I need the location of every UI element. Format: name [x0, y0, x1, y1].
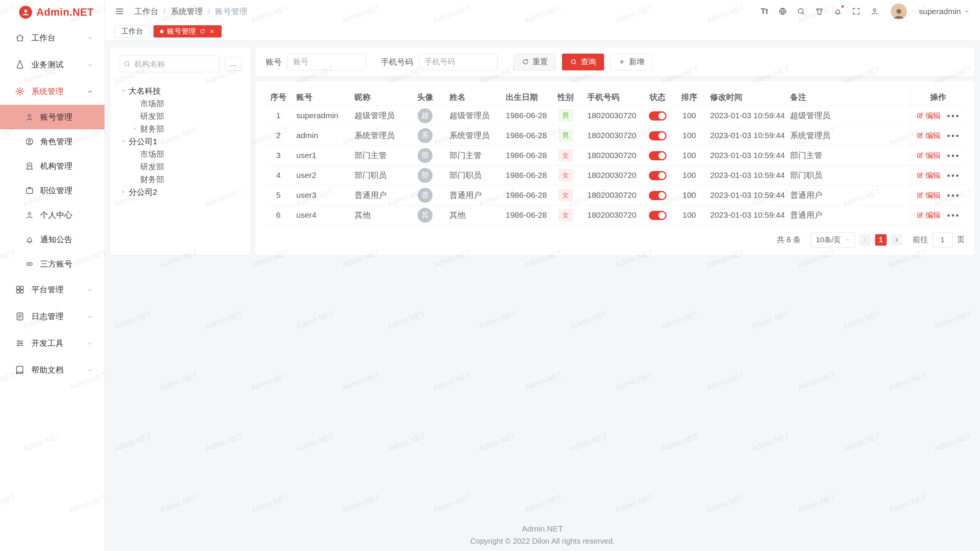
row-more-button[interactable]: ●●●	[947, 112, 960, 119]
breadcrumb-item-0[interactable]: 工作台	[134, 6, 158, 17]
language-icon[interactable]	[777, 6, 788, 16]
tab-account-management[interactable]: 账号管理	[154, 25, 222, 37]
breadcrumb-item-1[interactable]: 系统管理	[171, 6, 203, 17]
row-more-button[interactable]: ●●●	[947, 152, 960, 158]
sidebar-item-platform-management[interactable]: 平台管理	[0, 276, 105, 303]
notification-icon[interactable]	[833, 6, 843, 16]
pagination-total: 共 6 条	[777, 235, 800, 245]
edit-button[interactable]: 编辑	[916, 190, 941, 201]
sidebar-item-personal-center[interactable]: 个人中心	[0, 203, 105, 227]
user-menu[interactable]: superadmin	[919, 7, 970, 16]
tree-node[interactable]: 分公司2	[118, 186, 242, 198]
sidebar-item-thirdparty-account[interactable]: 三方账号	[0, 252, 105, 276]
sidebar-item-label: 职位管理	[40, 185, 72, 196]
status-toggle[interactable]	[649, 191, 666, 200]
status-toggle[interactable]	[649, 211, 666, 220]
main-panel: 账号 手机号码 重置 查询 新增	[255, 47, 975, 544]
tab-workbench[interactable]: 工作台	[115, 25, 150, 37]
edit-button[interactable]: 编辑	[916, 150, 941, 161]
cell-account: user2	[291, 165, 350, 185]
chevron-down-icon	[964, 8, 970, 15]
reset-button[interactable]: 重置	[514, 54, 556, 70]
status-toggle[interactable]	[649, 151, 666, 160]
cell-no: 3	[265, 145, 291, 165]
tree-node[interactable]: 市场部	[118, 148, 242, 160]
status-toggle[interactable]	[649, 171, 666, 180]
tree-node[interactable]: 市场部	[118, 97, 242, 110]
tree-node[interactable]: 财务部	[118, 122, 242, 135]
sidebar-item-dev-tools[interactable]: 开发工具	[0, 330, 105, 357]
cell-birth: 1986-06-28	[501, 205, 549, 225]
home-icon	[15, 33, 25, 43]
user-avatar[interactable]	[891, 3, 907, 20]
row-more-button[interactable]: ●●●	[947, 132, 960, 139]
prev-page-button[interactable]	[859, 234, 871, 246]
page-size-select[interactable]: 10条/页	[811, 232, 855, 248]
column-header: 昵称	[350, 89, 406, 106]
theme-icon[interactable]	[814, 6, 825, 16]
page-number-button[interactable]: 1	[875, 234, 887, 246]
tree-expand-icon[interactable]	[118, 88, 129, 94]
tree-node[interactable]: 大名科技	[118, 85, 242, 97]
sidebar-item-position-management[interactable]: 职位管理	[0, 178, 105, 203]
account-input[interactable]	[287, 54, 366, 70]
notification-badge	[841, 5, 844, 8]
tab-close-icon[interactable]	[209, 28, 215, 34]
sidebar-item-workbench[interactable]: 工作台	[0, 24, 105, 51]
tree-expand-icon[interactable]	[118, 139, 129, 144]
tab-refresh-icon[interactable]	[199, 28, 206, 34]
add-button[interactable]: 新增	[610, 54, 652, 70]
avatar: 超	[418, 108, 433, 123]
sidebar-item-account-management[interactable]: 账号管理	[0, 105, 105, 129]
tree-node-label: 分公司2	[129, 187, 157, 197]
sidebar-item-label: 角色管理	[40, 136, 72, 147]
cell-modified: 2023-01-03 10:59:44	[705, 126, 785, 145]
cell-remark: 部门职员	[785, 165, 910, 185]
tree-expand-icon[interactable]	[130, 126, 140, 132]
search-icon[interactable]	[796, 6, 806, 16]
goto-page-input[interactable]	[932, 232, 953, 248]
docs-icon	[15, 365, 25, 375]
tree-expand-icon[interactable]	[118, 189, 129, 195]
phone-input[interactable]	[418, 54, 498, 70]
status-toggle[interactable]	[649, 111, 666, 121]
fullscreen-icon[interactable]	[851, 6, 861, 16]
sidebar-item-label: 通知公告	[40, 234, 72, 245]
edit-button[interactable]: 编辑	[916, 130, 941, 141]
grid-icon	[15, 285, 25, 295]
sidebar-item-role-management[interactable]: 角色管理	[0, 129, 105, 154]
row-more-button[interactable]: ●●●	[947, 192, 960, 198]
tree-node-label: 财务部	[140, 124, 164, 134]
org-search-input[interactable]	[134, 60, 215, 68]
sidebar-item-org-management[interactable]: 机构管理	[0, 154, 105, 178]
sidebar-item-notice-announcement[interactable]: 通知公告	[0, 227, 105, 252]
sidebar-item-business-test[interactable]: 业务测试	[0, 51, 105, 78]
next-page-button[interactable]	[891, 234, 902, 246]
sidebar-item-help-docs[interactable]: 帮助文档	[0, 357, 105, 383]
tree-node[interactable]: 财务部	[118, 173, 242, 186]
link-icon	[25, 259, 34, 269]
cell-remark: 系统管理员	[785, 126, 910, 145]
cell-no: 5	[265, 185, 291, 205]
cell-name: 系统管理员	[444, 126, 501, 145]
status-toggle[interactable]	[649, 131, 666, 140]
table-row: 5user3普通用户普普通用户1986-06-28女18020030720100…	[265, 185, 966, 205]
menu-collapse-icon[interactable]	[115, 7, 124, 16]
tree-node[interactable]: 分公司1	[118, 135, 242, 148]
table-row: 3user1部门主管部部门主管1986-06-28女18020030720100…	[265, 145, 966, 165]
account-label: 账号	[266, 57, 282, 67]
edit-button[interactable]: 编辑	[916, 170, 941, 181]
chevron-left-icon	[862, 237, 868, 243]
tree-node[interactable]: 研发部	[118, 160, 242, 173]
row-more-button[interactable]: ●●●	[947, 172, 960, 178]
sidebar-item-log-management[interactable]: 日志管理	[0, 303, 105, 330]
edit-button[interactable]: 编辑	[916, 111, 941, 121]
row-more-button[interactable]: ●●●	[947, 212, 960, 218]
sidebar-item-system-management[interactable]: 系统管理	[0, 78, 105, 105]
tree-node[interactable]: 研发部	[118, 110, 242, 122]
search-button[interactable]: 查询	[562, 54, 604, 70]
font-size-icon[interactable]: Tt	[759, 6, 769, 16]
edit-button[interactable]: 编辑	[916, 210, 941, 220]
profile-icon[interactable]	[869, 6, 880, 16]
org-more-button[interactable]: ...	[225, 57, 242, 71]
